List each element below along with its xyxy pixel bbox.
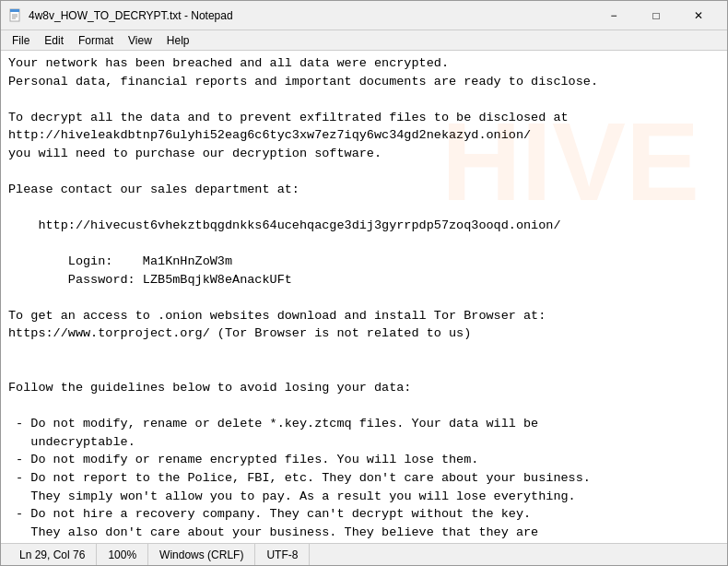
statusbar: Ln 29, Col 76 100% Windows (CRLF) UTF-8 bbox=[1, 543, 727, 565]
status-line-col: Ln 29, Col 76 bbox=[8, 544, 97, 565]
status-encoding: UTF-8 bbox=[255, 544, 310, 565]
window-controls: − □ ✕ bbox=[593, 1, 720, 30]
notepad-window: 4w8v_HOW_TO_DECRYPT.txt - Notepad − □ ✕ … bbox=[0, 0, 728, 566]
menu-format[interactable]: Format bbox=[71, 32, 121, 49]
svg-rect-1 bbox=[10, 9, 19, 12]
menu-edit[interactable]: Edit bbox=[37, 32, 71, 49]
window-title: 4w8v_HOW_TO_DECRYPT.txt - Notepad bbox=[29, 9, 593, 22]
menubar: File Edit Format View Help bbox=[1, 30, 727, 51]
status-zoom: 100% bbox=[97, 544, 148, 565]
menu-help[interactable]: Help bbox=[159, 32, 197, 49]
menu-file[interactable]: File bbox=[5, 32, 37, 49]
minimize-button[interactable]: − bbox=[593, 1, 635, 30]
status-line-ending: Windows (CRLF) bbox=[148, 544, 255, 565]
menu-view[interactable]: View bbox=[121, 32, 159, 49]
editor-container: HIVE bbox=[1, 51, 727, 543]
text-editor[interactable] bbox=[1, 51, 727, 543]
close-button[interactable]: ✕ bbox=[677, 1, 720, 30]
app-icon bbox=[8, 8, 23, 23]
titlebar: 4w8v_HOW_TO_DECRYPT.txt - Notepad − □ ✕ bbox=[1, 1, 727, 30]
maximize-button[interactable]: □ bbox=[635, 1, 677, 30]
